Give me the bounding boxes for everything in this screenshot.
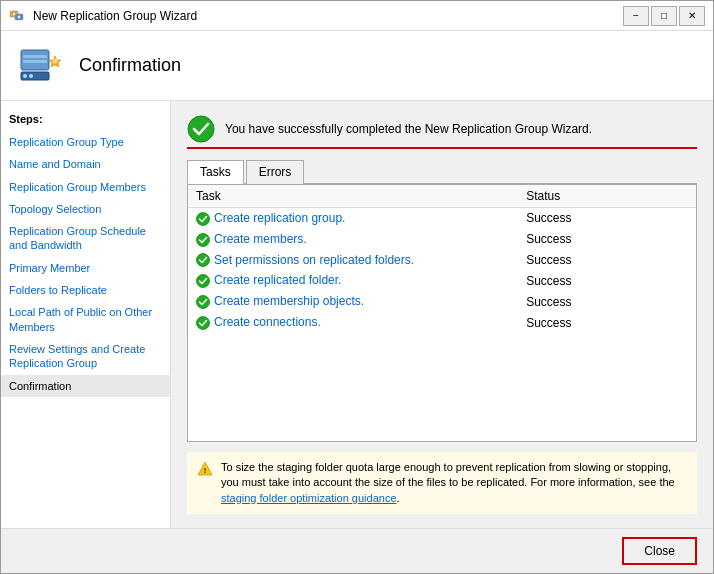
warning-box: ! To size the staging folder quota large… (187, 452, 697, 514)
task-success-icon (196, 253, 214, 267)
task-cell: Create replication group. (188, 208, 518, 229)
svg-point-6 (23, 74, 27, 78)
title-bar: New Replication Group Wizard − □ ✕ (1, 1, 713, 31)
wizard-footer: Close (1, 528, 713, 573)
sidebar-item-replication-group-type[interactable]: Replication Group Type (1, 131, 170, 153)
warning-text: To size the staging folder quota large e… (221, 460, 687, 506)
task-success-icon (196, 315, 214, 329)
col-task: Task (188, 185, 518, 208)
svg-point-12 (188, 116, 214, 142)
sidebar-item-local-path[interactable]: Local Path of Public on Other Members (1, 301, 170, 338)
status-cell: Success (518, 229, 696, 250)
svg-point-18 (197, 316, 210, 329)
svg-point-7 (29, 74, 33, 78)
svg-point-16 (197, 275, 210, 288)
status-cell: Success (518, 312, 696, 333)
table-row: Create replicated folder.Success (188, 270, 696, 291)
svg-rect-9 (23, 60, 47, 63)
sidebar-item-replication-group-members[interactable]: Replication Group Members (1, 176, 170, 198)
task-table: Task Status Create replication group.Suc… (188, 185, 696, 333)
sidebar-item-folders-to-replicate[interactable]: Folders to Replicate (1, 279, 170, 301)
sidebar: Steps: Replication Group Type Name and D… (1, 101, 171, 528)
table-row: Create members.Success (188, 229, 696, 250)
main-content: You have successfully completed the New … (171, 101, 713, 528)
sidebar-item-replication-group-schedule[interactable]: Replication Group Schedule and Bandwidth (1, 220, 170, 257)
maximize-button[interactable]: □ (651, 6, 677, 26)
success-banner: You have successfully completed the New … (187, 115, 697, 143)
tab-tasks[interactable]: Tasks (187, 160, 244, 184)
wizard-header-icon (17, 42, 65, 90)
table-row: Create connections.Success (188, 312, 696, 333)
task-cell: Create membership objects. (188, 291, 518, 312)
task-success-icon (196, 211, 214, 225)
sidebar-item-review-settings[interactable]: Review Settings and Create Replication G… (1, 338, 170, 375)
task-link[interactable]: Create replicated folder. (214, 273, 341, 287)
red-divider (187, 147, 697, 149)
success-message: You have successfully completed the New … (225, 122, 592, 136)
success-icon (187, 115, 215, 143)
wizard-header: Confirmation (1, 31, 713, 101)
task-cell: Set permissions on replicated folders. (188, 250, 518, 271)
table-row: Create replication group.Success (188, 208, 696, 229)
svg-rect-8 (23, 55, 47, 58)
title-bar-controls: − □ ✕ (623, 6, 705, 26)
minimize-button[interactable]: − (623, 6, 649, 26)
close-button-footer[interactable]: Close (622, 537, 697, 565)
close-button[interactable]: ✕ (679, 6, 705, 26)
task-success-icon (196, 273, 214, 287)
sidebar-item-confirmation[interactable]: Confirmation (1, 375, 170, 397)
col-status: Status (518, 185, 696, 208)
svg-point-3 (18, 15, 21, 18)
svg-point-2 (13, 12, 16, 15)
header-title: Confirmation (79, 55, 181, 76)
wizard-window: New Replication Group Wizard − □ ✕ Confi… (0, 0, 714, 574)
task-cell: Create connections. (188, 312, 518, 333)
title-bar-title: New Replication Group Wizard (33, 9, 623, 23)
task-link[interactable]: Set permissions on replicated folders. (214, 253, 414, 267)
task-cell: Create replicated folder. (188, 270, 518, 291)
task-table-container: Task Status Create replication group.Suc… (187, 184, 697, 442)
sidebar-item-topology-selection[interactable]: Topology Selection (1, 198, 170, 220)
tab-errors[interactable]: Errors (246, 160, 305, 184)
task-cell: Create members. (188, 229, 518, 250)
svg-point-14 (197, 233, 210, 246)
svg-point-15 (197, 254, 210, 267)
sidebar-item-name-and-domain[interactable]: Name and Domain (1, 153, 170, 175)
status-cell: Success (518, 250, 696, 271)
title-bar-icon (9, 7, 27, 25)
task-success-icon (196, 232, 214, 246)
content-area: Steps: Replication Group Type Name and D… (1, 101, 713, 528)
task-link[interactable]: Create membership objects. (214, 294, 364, 308)
task-link[interactable]: Create connections. (214, 315, 321, 329)
task-link[interactable]: Create members. (214, 232, 307, 246)
sidebar-item-primary-member[interactable]: Primary Member (1, 257, 170, 279)
svg-text:!: ! (204, 466, 207, 475)
svg-point-11 (53, 58, 58, 63)
task-link[interactable]: Create replication group. (214, 211, 345, 225)
svg-point-13 (197, 212, 210, 225)
svg-point-17 (197, 296, 210, 309)
status-cell: Success (518, 270, 696, 291)
table-row: Set permissions on replicated folders.Su… (188, 250, 696, 271)
status-cell: Success (518, 291, 696, 312)
task-success-icon (196, 294, 214, 308)
warning-icon: ! (197, 461, 213, 477)
table-row: Create membership objects.Success (188, 291, 696, 312)
status-cell: Success (518, 208, 696, 229)
staging-folder-link[interactable]: staging folder optimization guidance (221, 492, 397, 504)
steps-label: Steps: (1, 109, 170, 131)
tab-bar: Tasks Errors (187, 159, 697, 184)
